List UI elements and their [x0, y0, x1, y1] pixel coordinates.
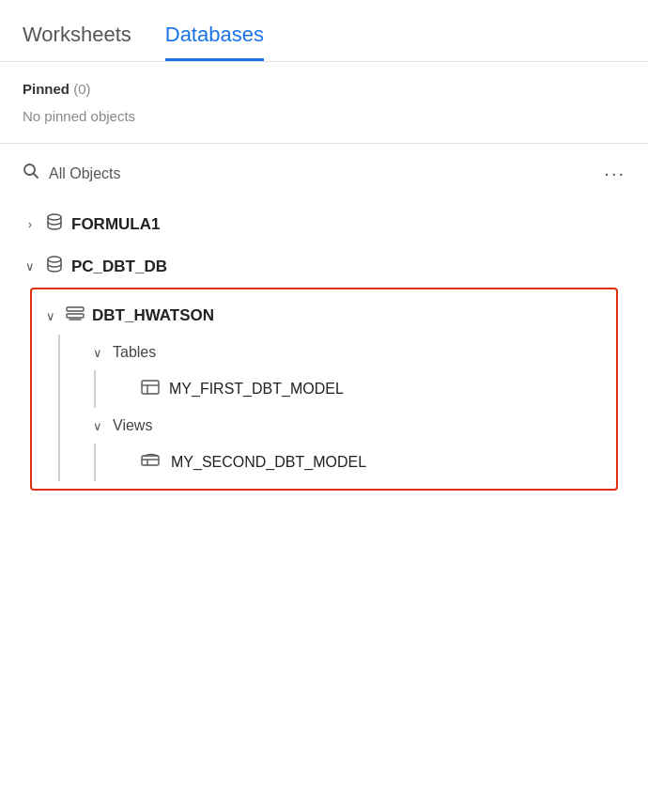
svg-rect-5	[67, 314, 84, 318]
chevron-pc-dbt-db: ∨	[23, 259, 38, 273]
svg-rect-7	[142, 381, 159, 394]
chevron-formula1: ›	[23, 217, 38, 231]
database-icon-formula1	[45, 212, 64, 236]
tables-children: MY_FIRST_DBT_MODEL	[94, 370, 616, 408]
tree-item-dbt-hwatson[interactable]: ∨ DBT_HWATSON	[32, 297, 616, 335]
views-children: MY_SECOND_DBT_MODEL	[94, 444, 616, 481]
label-pc-dbt-db: PC_DBT_DB	[71, 258, 167, 276]
more-options-icon[interactable]: ···	[604, 163, 625, 184]
tab-worksheets[interactable]: Worksheets	[23, 23, 131, 61]
label-my-first-dbt-model: MY_FIRST_DBT_MODEL	[169, 381, 344, 398]
database-icon-pc-dbt-db	[45, 255, 64, 278]
search-area[interactable]: All Objects	[23, 163, 120, 184]
objects-title: All Objects	[49, 165, 120, 182]
label-my-second-dbt-model: MY_SECOND_DBT_MODEL	[171, 454, 366, 471]
tree-item-my-first-dbt-model[interactable]: MY_FIRST_DBT_MODEL	[96, 370, 616, 408]
main-container: Worksheets Databases Pinned (0) No pinne…	[0, 0, 648, 812]
search-icon	[23, 163, 39, 184]
objects-section: All Objects ··· › FORMULA1 ∨	[0, 144, 648, 491]
tree-item-tables[interactable]: ∨ Tables	[79, 335, 616, 370]
chevron-dbt-hwatson: ∨	[43, 309, 58, 323]
tree-item-pc-dbt-db[interactable]: ∨ PC_DBT_DB	[23, 245, 625, 288]
schema-children-indent: ∨ Tables	[58, 335, 616, 481]
tab-databases[interactable]: Databases	[165, 23, 264, 61]
svg-point-2	[48, 214, 61, 220]
pinned-title: Pinned (0)	[23, 81, 625, 97]
chevron-tables: ∨	[90, 346, 105, 360]
schema-children: ∨ Tables	[32, 335, 616, 481]
tree-item-my-second-dbt-model[interactable]: MY_SECOND_DBT_MODEL	[96, 444, 616, 481]
svg-line-1	[34, 174, 38, 178]
tree-item-formula1[interactable]: › FORMULA1	[23, 203, 625, 245]
schema-icon-dbt-hwatson	[66, 306, 85, 325]
pinned-count: (0)	[73, 81, 90, 97]
view-icon-my-second-dbt-model	[141, 453, 162, 472]
highlighted-schema-box: ∨ DBT_HWATSON ∨	[30, 288, 618, 491]
svg-point-3	[48, 257, 61, 262]
label-views: Views	[113, 417, 152, 434]
label-tables: Tables	[113, 344, 156, 361]
svg-rect-10	[142, 456, 159, 465]
objects-header: All Objects ···	[23, 163, 625, 184]
tab-bar: Worksheets Databases	[0, 0, 648, 62]
database-tree: › FORMULA1 ∨	[23, 203, 625, 491]
label-dbt-hwatson: DBT_HWATSON	[92, 306, 214, 325]
pinned-empty-message: No pinned objects	[23, 108, 625, 124]
label-formula1: FORMULA1	[71, 215, 160, 234]
tree-item-views[interactable]: ∨ Views	[79, 408, 616, 444]
pinned-section: Pinned (0) No pinned objects	[0, 62, 648, 144]
table-icon-my-first-dbt-model	[141, 380, 160, 398]
svg-rect-4	[67, 307, 84, 311]
chevron-views: ∨	[90, 419, 105, 433]
